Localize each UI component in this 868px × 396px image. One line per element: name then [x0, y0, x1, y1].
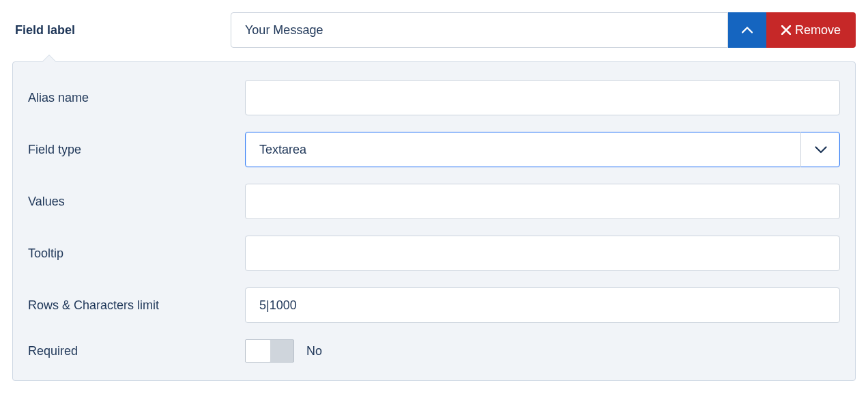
tooltip-row: Tooltip [28, 236, 840, 271]
field-label-row: Field label Remove [12, 12, 856, 56]
rows-chars-label: Rows & Characters limit [28, 298, 245, 313]
field-type-label: Field type [28, 143, 245, 157]
field-label-input[interactable] [231, 12, 728, 48]
required-toggle[interactable] [245, 339, 294, 363]
field-type-row: Field type [28, 132, 840, 167]
field-settings-panel: Alias name Field type Values Tooltip [12, 61, 856, 381]
field-type-select[interactable] [245, 132, 840, 167]
remove-button-label: Remove [795, 23, 841, 38]
values-row: Values [28, 184, 840, 219]
required-label: Required [28, 344, 245, 358]
tooltip-input[interactable] [245, 236, 840, 271]
rows-chars-input[interactable] [245, 287, 840, 323]
tooltip-label: Tooltip [28, 246, 245, 261]
chevron-up-icon [742, 27, 753, 33]
toggle-knob [246, 340, 270, 362]
required-row: Required No [28, 339, 840, 363]
values-input[interactable] [245, 184, 840, 219]
alias-name-row: Alias name [28, 80, 840, 115]
collapse-button[interactable] [728, 12, 766, 48]
close-icon [781, 25, 791, 35]
remove-button[interactable]: Remove [766, 12, 856, 48]
field-label-controls: Remove [231, 12, 856, 48]
alias-name-input[interactable] [245, 80, 840, 115]
required-state-label: No [306, 344, 322, 358]
field-label-heading: Field label [12, 23, 231, 38]
alias-name-label: Alias name [28, 91, 245, 105]
values-label: Values [28, 195, 245, 209]
rows-chars-row: Rows & Characters limit [28, 287, 840, 323]
